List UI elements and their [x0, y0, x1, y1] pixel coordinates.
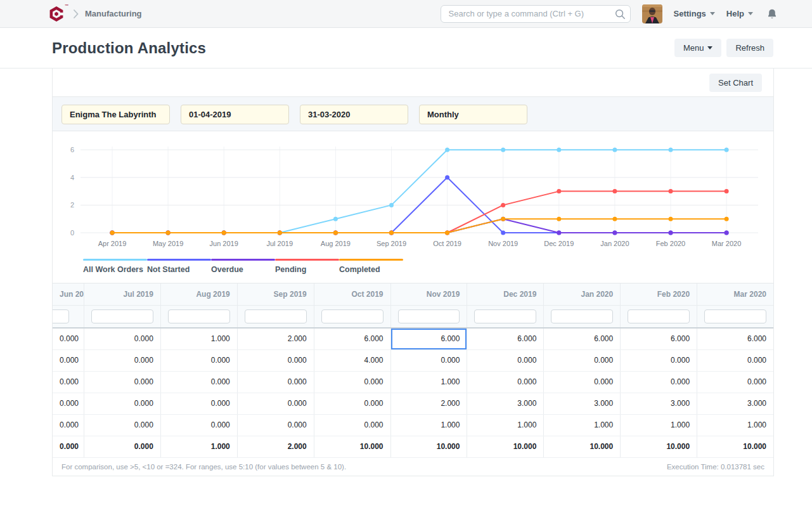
- table-cell[interactable]: 10.000: [467, 436, 543, 457]
- table-cell[interactable]: 0.000: [84, 393, 160, 414]
- table-cell[interactable]: 6.000: [543, 329, 620, 349]
- svg-text:0: 0: [70, 229, 74, 237]
- table-cell[interactable]: 10.000: [390, 436, 467, 457]
- table-cell[interactable]: 0.000: [84, 329, 160, 349]
- filter-range[interactable]: Monthly: [419, 105, 527, 124]
- table-cell[interactable]: 0.000: [84, 436, 160, 457]
- table-row: 0.0000.0000.0000.0000.0002.0003.0003.000…: [53, 393, 773, 415]
- table-cell[interactable]: 0.000: [543, 350, 620, 371]
- table-cell[interactable]: 0.000: [467, 372, 543, 393]
- table-cell[interactable]: 0.000: [390, 350, 467, 371]
- table-cell[interactable]: 6.000: [467, 329, 543, 349]
- table-cell[interactable]: 0.000: [53, 393, 84, 414]
- table-cell[interactable]: 0.000: [160, 415, 237, 436]
- table-cell[interactable]: 1.000: [390, 372, 467, 393]
- set-chart-button[interactable]: Set Chart: [709, 74, 762, 92]
- table-cell[interactable]: 0.000: [160, 393, 237, 414]
- table-cell[interactable]: 6.000: [620, 329, 697, 349]
- column-filter-input[interactable]: [551, 309, 613, 323]
- table-cell[interactable]: 0.000: [53, 436, 84, 457]
- table-cell[interactable]: 0.000: [697, 350, 773, 371]
- filter-from-date[interactable]: 01-04-2019: [181, 105, 289, 124]
- column-filter-input[interactable]: [168, 309, 230, 323]
- column-filter-input[interactable]: [398, 309, 460, 323]
- column-header[interactable]: Jan 2020: [543, 283, 620, 305]
- table-cell[interactable]: 1.000: [620, 415, 697, 436]
- table-cell[interactable]: 0.000: [467, 350, 543, 371]
- table-cell[interactable]: 1.000: [467, 415, 543, 436]
- svg-text:Jul 2019: Jul 2019: [267, 240, 293, 247]
- column-filter-input[interactable]: [53, 309, 69, 323]
- table-cell[interactable]: 0.000: [237, 350, 314, 371]
- menu-button[interactable]: Menu: [674, 39, 722, 57]
- table-cell[interactable]: 0.000: [53, 415, 84, 436]
- table-cell[interactable]: 0.000: [160, 372, 237, 393]
- table-cell[interactable]: 0.000: [84, 372, 160, 393]
- column-filter-input[interactable]: [628, 309, 690, 323]
- table-cell[interactable]: 10.000: [314, 436, 390, 457]
- table-cell[interactable]: 1.000: [697, 415, 773, 436]
- table-cell[interactable]: 3.000: [697, 393, 773, 414]
- table-cell[interactable]: 0.000: [53, 372, 84, 393]
- table-cell[interactable]: 0.000: [237, 393, 314, 414]
- column-header[interactable]: Feb 2020: [620, 283, 697, 305]
- table-cell[interactable]: 0.000: [53, 350, 84, 371]
- table-cell[interactable]: 4.000: [314, 350, 390, 371]
- column-filter-input[interactable]: [321, 309, 383, 323]
- table-cell[interactable]: 10.000: [543, 436, 620, 457]
- table-cell[interactable]: 0.000: [314, 415, 390, 436]
- table-cell[interactable]: 1.000: [160, 329, 237, 349]
- notifications-bell-icon[interactable]: [767, 8, 777, 20]
- table-cell[interactable]: 6.000: [314, 329, 390, 349]
- table-cell[interactable]: 0.000: [543, 372, 620, 393]
- table-cell[interactable]: 0.000: [84, 350, 160, 371]
- table-cell[interactable]: 1.000: [160, 436, 237, 457]
- table-cell[interactable]: 0.000: [620, 372, 697, 393]
- table-cell[interactable]: 1.000: [390, 415, 467, 436]
- column-header[interactable]: Jul 2019: [84, 283, 160, 305]
- table-cell[interactable]: 2.000: [237, 436, 314, 457]
- table-cell[interactable]: 0.000: [314, 372, 390, 393]
- table-cell[interactable]: 3.000: [543, 393, 620, 414]
- filter-to-date[interactable]: 31-03-2020: [300, 105, 408, 124]
- filter-work-order[interactable]: Enigma The Labyrinth: [61, 105, 170, 124]
- table-row: 0.0000.0001.0002.00010.00010.00010.00010…: [53, 436, 773, 458]
- svg-text:Jun 2019: Jun 2019: [210, 240, 238, 247]
- column-header[interactable]: Nov 2019: [390, 283, 467, 305]
- table-cell[interactable]: 0.000: [697, 372, 773, 393]
- column-header[interactable]: Sep 2019: [237, 283, 314, 305]
- table-cell[interactable]: 3.000: [620, 393, 697, 414]
- table-cell[interactable]: 0.000: [237, 372, 314, 393]
- column-header[interactable]: Aug 2019: [160, 283, 237, 305]
- table-cell[interactable]: 2.000: [237, 329, 314, 349]
- table-cell[interactable]: 0.000: [620, 350, 697, 371]
- column-header[interactable]: Mar 2020: [697, 283, 773, 305]
- user-avatar[interactable]: [642, 4, 662, 23]
- refresh-button[interactable]: Refresh: [726, 39, 773, 57]
- table-cell[interactable]: 10.000: [697, 436, 773, 457]
- table-cell[interactable]: 1.000: [543, 415, 620, 436]
- table-cell[interactable]: 3.000: [467, 393, 543, 414]
- breadcrumb[interactable]: Manufacturing: [85, 9, 142, 18]
- table-cell[interactable]: 0.000: [314, 393, 390, 414]
- table-cell[interactable]: 6.000: [390, 329, 467, 349]
- table-cell[interactable]: 0.000: [237, 415, 314, 436]
- help-menu[interactable]: Help: [726, 9, 753, 18]
- table-cell[interactable]: 6.000: [697, 329, 773, 349]
- column-filter-input[interactable]: [704, 309, 766, 323]
- table-cell[interactable]: 10.000: [620, 436, 697, 457]
- column-filter-input[interactable]: [474, 309, 536, 323]
- search-input[interactable]: [441, 5, 631, 23]
- table-cell[interactable]: 0.000: [53, 329, 84, 349]
- column-header[interactable]: Dec 2019: [467, 283, 543, 305]
- table-cell[interactable]: 0.000: [84, 415, 160, 436]
- column-header[interactable]: Jun 2019: [53, 283, 84, 305]
- table-cell[interactable]: 2.000: [390, 393, 467, 414]
- table-cell[interactable]: 0.000: [160, 350, 237, 371]
- column-header[interactable]: Oct 2019: [314, 283, 390, 305]
- app-logo-icon[interactable]: ™: [48, 6, 65, 22]
- legend-label: All Work Orders: [83, 265, 147, 274]
- column-filter-input[interactable]: [91, 309, 153, 323]
- settings-menu[interactable]: Settings: [674, 9, 715, 18]
- column-filter-input[interactable]: [245, 309, 307, 323]
